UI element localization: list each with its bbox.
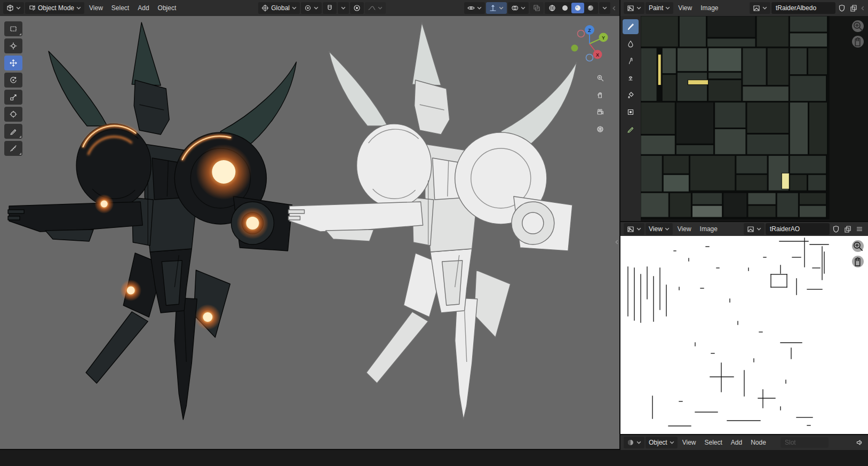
falloff-dropdown[interactable] (365, 2, 386, 14)
fake-user-button[interactable] (837, 2, 847, 14)
image-browse-dropdown[interactable] (744, 223, 765, 235)
snap-toggle[interactable] (323, 2, 337, 14)
tool-box-select[interactable] (4, 21, 22, 36)
gizmo-y-neg-axis[interactable] (571, 45, 578, 52)
menu-object[interactable]: Object (154, 2, 180, 14)
view-mode-dropdown[interactable]: View (646, 223, 673, 235)
tool-measure[interactable] (4, 141, 22, 156)
grid-sphere-icon (596, 125, 604, 133)
magnifier-icon (852, 20, 864, 32)
gizmo-x-neg-axis[interactable] (578, 30, 585, 37)
new-image-button[interactable] (848, 2, 859, 14)
material-sphere-icon (574, 4, 582, 12)
menu-add[interactable]: Add (727, 437, 746, 448)
editor-type-button[interactable] (3, 2, 24, 14)
shader-editor-header: Object View Select Add Node Slot (620, 435, 868, 450)
proportional-circle-icon (353, 4, 361, 12)
tool-draw-brush[interactable] (623, 19, 639, 34)
overlays-dropdown[interactable] (508, 2, 529, 14)
editor-type-button[interactable] (624, 2, 644, 14)
snap-dropdown[interactable] (338, 2, 349, 14)
tool-rotate[interactable] (4, 73, 22, 88)
mech-white-clay[interactable] (288, 22, 576, 420)
fake-user-button[interactable] (831, 223, 841, 235)
new-image-button[interactable] (842, 223, 853, 235)
visibility-dropdown[interactable] (464, 2, 485, 14)
tool-scale[interactable] (4, 90, 22, 105)
pivot-icon (304, 4, 312, 12)
tool-cursor[interactable] (4, 38, 22, 53)
paint-mode-dropdown[interactable]: Paint (646, 2, 673, 14)
paint-editor-header: Paint View Image tRaiderAlbedo (620, 0, 868, 16)
menu-view[interactable]: View (674, 2, 696, 14)
tool-transform[interactable] (4, 107, 22, 122)
speaker-icon (856, 439, 863, 446)
pan-button[interactable] (594, 89, 607, 101)
orientation-dropdown[interactable]: Global (258, 2, 300, 14)
menu-image[interactable]: Image (696, 223, 721, 235)
zoom-button[interactable] (852, 240, 864, 252)
shading-wireframe-button[interactable] (546, 3, 559, 13)
blender-window: Object Mode View Select Add Object Globa… (0, 0, 868, 466)
tool-soften[interactable] (623, 36, 639, 51)
pan-button[interactable] (852, 36, 864, 48)
solid-sphere-icon (561, 4, 569, 12)
shader-type-label: Object (649, 439, 667, 446)
menu-image[interactable]: Image (697, 2, 722, 14)
viewport-editor-icon (6, 4, 14, 12)
ao-image-canvas[interactable] (620, 236, 868, 434)
gizmos-toggle[interactable] (486, 2, 507, 14)
image-name-field[interactable]: tRaiderAO (766, 223, 830, 235)
magnet-icon (326, 4, 333, 12)
toggle-perspective-button[interactable] (594, 123, 607, 136)
viewport-canvas[interactable]: Z Y X (0, 16, 619, 449)
menu-add[interactable]: Add (134, 2, 153, 14)
tool-smear[interactable] (623, 53, 639, 68)
image-browse-dropdown[interactable] (750, 2, 770, 14)
image-editor-icon (627, 225, 634, 233)
global-axis-icon (261, 4, 269, 12)
shader-type-dropdown[interactable]: Object (646, 437, 678, 448)
material-slot-dropdown[interactable]: Slot (781, 437, 829, 448)
chevron-down-icon (378, 6, 383, 10)
camera-view-button[interactable] (594, 106, 607, 119)
tool-annotate[interactable] (4, 124, 22, 139)
editor-menu-button[interactable] (854, 223, 865, 235)
tool-mask[interactable] (623, 105, 639, 120)
region-corner-chevron-icon[interactable] (612, 6, 616, 11)
tool-fill[interactable] (623, 88, 639, 102)
menu-node[interactable]: Node (747, 437, 770, 448)
zoom-button[interactable] (852, 20, 864, 32)
mode-dropdown[interactable]: Object Mode (25, 2, 84, 14)
zoom-button[interactable] (594, 72, 607, 84)
image-name-field[interactable]: tRaiderAlbedo (771, 2, 835, 14)
tool-annotate[interactable] (623, 122, 639, 137)
albedo-texture-canvas[interactable] (641, 16, 868, 221)
sound-button[interactable] (854, 437, 865, 448)
navigation-gizmo[interactable]: Z Y X (569, 22, 610, 63)
xray-toggle[interactable] (530, 2, 544, 14)
tool-clone[interactable] (623, 70, 639, 85)
shading-solid-button[interactable] (559, 3, 571, 13)
region-corner-chevron-icon[interactable] (861, 6, 864, 11)
shading-rendered-button[interactable] (584, 3, 597, 13)
magnifier-icon (596, 74, 604, 82)
shading-material-button[interactable] (571, 3, 584, 13)
editor-type-button[interactable] (624, 223, 644, 235)
menu-view[interactable]: View (679, 437, 700, 448)
editor-type-button[interactable] (624, 437, 644, 448)
tool-shelf (4, 21, 23, 156)
menu-view[interactable]: View (674, 223, 695, 235)
shading-dropdown[interactable] (599, 2, 610, 14)
menu-select[interactable]: Select (700, 437, 726, 448)
pan-button[interactable] (852, 256, 864, 267)
gizmo-z-neg-axis[interactable] (586, 54, 593, 61)
menu-select[interactable]: Select (108, 2, 133, 14)
ao-canvas-svg (620, 236, 868, 434)
pivot-point-dropdown[interactable] (301, 2, 322, 14)
menu-view[interactable]: View (85, 2, 107, 14)
overlays-icon (511, 4, 519, 12)
proportional-edit-toggle[interactable] (350, 2, 364, 14)
tool-move[interactable] (4, 56, 22, 70)
sidebar-toggle-arrow-icon[interactable] (615, 240, 618, 244)
